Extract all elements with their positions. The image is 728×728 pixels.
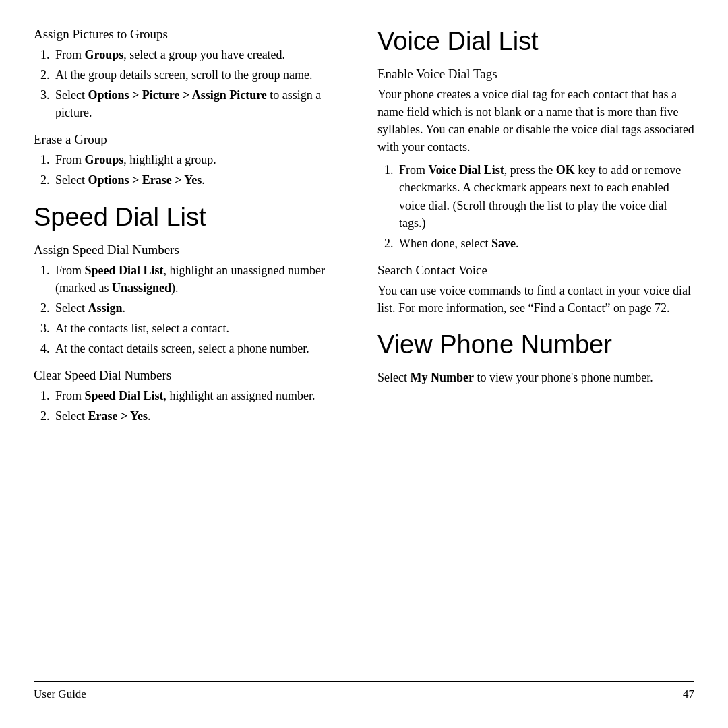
list-item: Select Assign.	[53, 299, 330, 317]
list-item: Select Options > Erase > Yes.	[53, 171, 330, 189]
voice-dial-heading: Voice Dial List	[377, 27, 694, 56]
footer-right: 47	[683, 688, 694, 701]
erase-group-list: From Groups, highlight a group. Select O…	[53, 151, 330, 189]
list-item: At the contact details screen, select a …	[53, 340, 330, 357]
view-phone-body: Select My Number to view your phone's ph…	[377, 369, 694, 386]
footer: User Guide 47	[34, 681, 694, 701]
list-item: At the group details screen, scroll to t…	[53, 66, 330, 84]
search-contact-heading: Search Contact Voice	[377, 263, 694, 278]
clear-speed-heading: Clear Speed Dial Numbers	[34, 368, 330, 383]
page: Assign Pictures to Groups From Groups, s…	[0, 0, 728, 728]
right-column: Voice Dial List Enable Voice Dial Tags Y…	[371, 27, 694, 671]
assign-pictures-list: From Groups, select a group you have cre…	[53, 46, 330, 121]
list-item: From Groups, select a group you have cre…	[53, 46, 330, 63]
assign-speed-list: From Speed Dial List, highlight an unass…	[53, 262, 330, 357]
enable-voice-body: Your phone creates a voice dial tag for …	[377, 86, 694, 156]
list-item: When done, select Save.	[396, 235, 694, 252]
list-item: At the contacts list, select a contact.	[53, 320, 330, 337]
search-contact-body: You can use voice commands to find a con…	[377, 282, 694, 317]
assign-pictures-heading: Assign Pictures to Groups	[34, 27, 330, 42]
speed-dial-heading: Speed Dial List	[34, 203, 330, 232]
enable-voice-heading: Enable Voice Dial Tags	[377, 67, 694, 82]
list-item: From Voice Dial List, press the OK key t…	[396, 161, 694, 231]
list-item: From Groups, highlight a group.	[53, 151, 330, 169]
list-item: Select Options > Picture > Assign Pictur…	[53, 86, 330, 121]
clear-speed-list: From Speed Dial List, highlight an assig…	[53, 387, 330, 425]
enable-voice-list: From Voice Dial List, press the OK key t…	[396, 161, 694, 251]
view-phone-heading: View Phone Number	[377, 330, 694, 359]
list-item: From Speed Dial List, highlight an assig…	[53, 387, 330, 404]
list-item: Select Erase > Yes.	[53, 407, 330, 425]
erase-group-heading: Erase a Group	[34, 132, 330, 147]
list-item: From Speed Dial List, highlight an unass…	[53, 262, 330, 297]
content-area: Assign Pictures to Groups From Groups, s…	[34, 27, 694, 671]
footer-left: User Guide	[34, 688, 86, 701]
assign-speed-heading: Assign Speed Dial Numbers	[34, 243, 330, 257]
left-column: Assign Pictures to Groups From Groups, s…	[34, 27, 344, 671]
